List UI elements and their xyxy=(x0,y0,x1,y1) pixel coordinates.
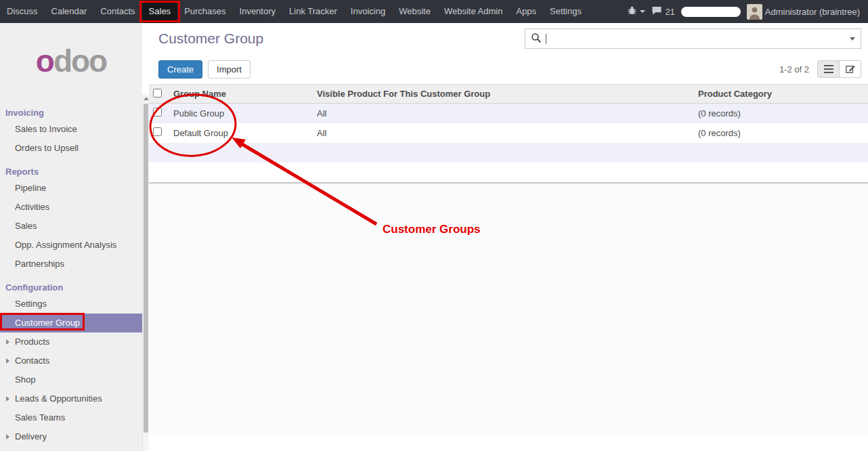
form-view-button[interactable] xyxy=(839,60,861,78)
control-row: Create Import 1-2 of 2 xyxy=(149,54,868,84)
select-all-checkbox[interactable] xyxy=(153,89,162,98)
nav-settings[interactable]: Settings xyxy=(543,0,588,23)
cell-group-name: Default Group xyxy=(169,123,313,143)
nav-discuss[interactable]: Discuss xyxy=(0,0,45,23)
progress-pill[interactable] xyxy=(681,7,741,17)
list-view-button[interactable] xyxy=(817,60,840,78)
sidebar-item-activities[interactable]: Activities xyxy=(0,198,142,217)
empty-row xyxy=(149,163,868,182)
edit-icon xyxy=(845,64,856,74)
cell-visible-product: All xyxy=(313,123,694,143)
sidebar-item-delivery[interactable]: Delivery xyxy=(0,427,142,446)
pager-range: 1-2 of 2 xyxy=(779,64,809,74)
sidebar-item-contacts-label: Contacts xyxy=(15,356,49,366)
cell-group-name: Public Group xyxy=(169,104,313,123)
nav-website[interactable]: Website xyxy=(392,0,437,23)
sidebar-item-shop[interactable]: Shop xyxy=(0,370,142,389)
bug-icon xyxy=(627,5,637,18)
row-checkbox[interactable] xyxy=(153,108,162,116)
section-configuration: Configuration xyxy=(0,274,142,295)
sidebar-item-leads-label: Leads & Opportunities xyxy=(15,393,102,404)
sidebar-item-pipeline[interactable]: Pipeline xyxy=(0,179,142,198)
sidebar: odoo Invoicing Sales to Invoice Orders t… xyxy=(0,23,142,451)
create-button[interactable]: Create xyxy=(158,60,202,79)
scrollbar-thumb[interactable] xyxy=(144,104,148,433)
list-icon xyxy=(823,64,834,74)
search-icon[interactable] xyxy=(531,33,542,45)
nav-apps[interactable]: Apps xyxy=(509,0,543,23)
sidebar-item-delivery-label: Delivery xyxy=(15,431,47,442)
sidebar-item-leads-opportunities[interactable]: Leads & Opportunities xyxy=(0,389,142,408)
expand-caret-icon xyxy=(6,358,9,364)
sidebar-item-sales-teams[interactable]: Sales Teams xyxy=(0,408,142,427)
main-content: Customer Group Create Import 1-2 of 2 xyxy=(149,23,868,451)
cell-visible-product: All xyxy=(313,104,694,123)
select-all-cell xyxy=(149,85,169,104)
table-row-default-group[interactable]: Default Group All (0 records) xyxy=(149,123,868,143)
sidebar-item-opp-assignment-analysis[interactable]: Opp. Assignment Analysis xyxy=(0,236,142,255)
debug-menu[interactable] xyxy=(627,5,645,18)
nav-link-tracker[interactable]: Link Tracker xyxy=(282,0,344,23)
nav-sales[interactable]: Sales xyxy=(142,0,178,23)
messages-count: 21 xyxy=(665,7,674,17)
nav-contacts[interactable]: Contacts xyxy=(93,0,142,23)
sidebar-item-contacts[interactable]: Contacts xyxy=(0,351,142,370)
section-reports: Reports xyxy=(0,158,142,179)
row-checkbox-cell xyxy=(149,123,169,143)
sidebar-scrollbar[interactable] xyxy=(142,95,149,451)
sidebar-item-partnerships[interactable]: Partnerships xyxy=(0,255,142,274)
nav-invoicing[interactable]: Invoicing xyxy=(344,0,392,23)
messages-menu[interactable]: 21 xyxy=(651,5,674,18)
user-name: Administrator (braintree) xyxy=(765,7,860,17)
customer-group-table: Group Name Visible Product For This Cust… xyxy=(149,84,868,182)
content-filler xyxy=(149,182,868,434)
avatar xyxy=(747,4,762,20)
expand-caret-icon xyxy=(6,339,9,345)
chevron-down-icon xyxy=(640,10,645,13)
import-button[interactable]: Import xyxy=(208,60,251,79)
sidebar-item-customer-group[interactable]: Customer Group xyxy=(0,314,142,332)
logo-rest: doo xyxy=(53,43,106,79)
sidebar-item-settings[interactable]: Settings xyxy=(0,295,142,314)
logo-text: odoo xyxy=(36,43,106,79)
scroll-up-arrow-icon[interactable] xyxy=(144,97,149,100)
topbar-right: 21 Administrator (braintree) xyxy=(627,0,868,23)
col-product-category[interactable]: Product Category xyxy=(694,85,868,104)
topbar: Discuss Calendar Contacts Sales Purchase… xyxy=(0,0,868,23)
page-title: Customer Group xyxy=(158,30,263,47)
cell-product-category: (0 records) xyxy=(694,104,868,123)
user-menu[interactable]: Administrator (braintree) xyxy=(747,4,860,20)
view-switcher xyxy=(817,60,861,78)
search-input[interactable] xyxy=(525,28,861,49)
table-row-public-group[interactable]: Public Group All (0 records) xyxy=(149,104,868,123)
sidebar-item-orders-to-upsell[interactable]: Orders to Upsell xyxy=(0,139,142,158)
cell-product-category: (0 records) xyxy=(694,123,868,143)
logo-first-letter: o xyxy=(36,43,53,79)
nav-calendar[interactable]: Calendar xyxy=(45,0,94,23)
expand-caret-icon xyxy=(6,434,9,439)
nav-inventory[interactable]: Inventory xyxy=(233,0,282,23)
sidebar-item-products-label: Products xyxy=(15,337,49,347)
sidebar-item-sales-to-invoice[interactable]: Sales to Invoice xyxy=(0,120,142,139)
table-header-row: Group Name Visible Product For This Cust… xyxy=(149,85,868,104)
col-visible-product[interactable]: Visible Product For This Customer Group xyxy=(313,85,694,104)
row-checkbox[interactable] xyxy=(153,127,162,136)
row-checkbox-cell xyxy=(149,104,169,123)
section-invoicing: Invoicing xyxy=(0,99,142,120)
pager: 1-2 of 2 xyxy=(779,60,861,78)
expand-caret-icon xyxy=(6,396,9,402)
top-navigation: Discuss Calendar Contacts Sales Purchase… xyxy=(0,0,588,23)
search-dropdown-icon[interactable] xyxy=(850,37,855,41)
nav-website-admin[interactable]: Website Admin xyxy=(437,0,509,23)
col-group-name[interactable]: Group Name xyxy=(169,85,313,104)
odoo-logo: odoo xyxy=(0,23,142,99)
nav-sales-label: Sales xyxy=(149,6,171,16)
chat-icon xyxy=(651,5,662,18)
empty-row xyxy=(149,143,868,163)
text-cursor xyxy=(546,34,546,44)
nav-purchases[interactable]: Purchases xyxy=(177,0,232,23)
sidebar-item-products[interactable]: Products xyxy=(0,332,142,351)
content-header: Customer Group xyxy=(149,23,868,54)
odoo-window: Discuss Calendar Contacts Sales Purchase… xyxy=(0,0,868,451)
sidebar-item-sales[interactable]: Sales xyxy=(0,217,142,236)
